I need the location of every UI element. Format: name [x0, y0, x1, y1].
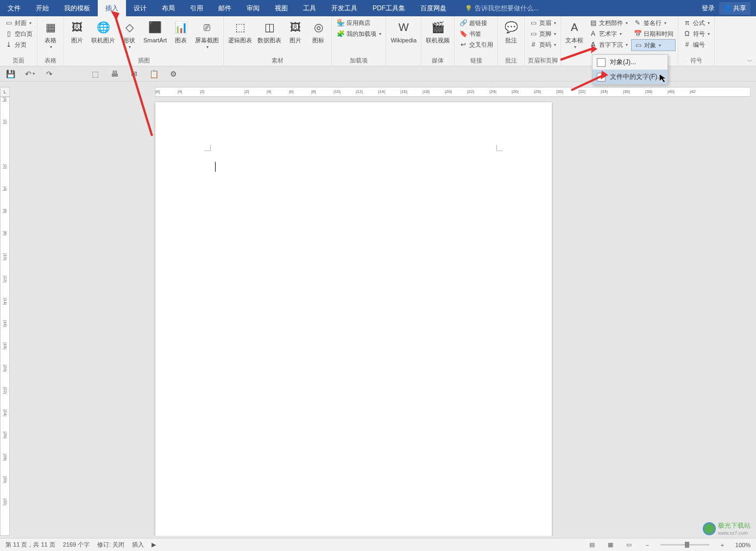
tab-references[interactable]: 引用: [182, 0, 211, 16]
header-icon: ▭: [529, 18, 538, 27]
qat-btn-5[interactable]: ⚙: [168, 69, 178, 79]
redo-button[interactable]: ↷: [45, 69, 54, 79]
tab-mytemplates[interactable]: 我的模板: [56, 0, 98, 16]
dropdown-text-from-file-item[interactable]: 文件中的文字(F)...: [593, 70, 667, 84]
chart-button[interactable]: 📊图表: [170, 17, 192, 45]
symbol-button[interactable]: Ω符号▾: [681, 28, 712, 39]
tab-design[interactable]: 设计: [126, 0, 154, 16]
tell-me-search[interactable]: 告诉我您想要做什么...: [454, 4, 539, 13]
textbox-button[interactable]: A文本框▾: [563, 17, 585, 51]
smartart-button[interactable]: ⬛SmartArt: [141, 17, 169, 45]
tab-tools[interactable]: 工具: [295, 0, 324, 16]
parts-button[interactable]: ▤文档部件▾: [587, 17, 630, 28]
text-cursor: [215, 162, 216, 172]
qat-btn-1[interactable]: ⬚: [90, 69, 100, 79]
picture-icon: 🖼: [68, 18, 86, 36]
status-words[interactable]: 2169 个字: [63, 541, 90, 549]
datetime-button[interactable]: 📅日期和时间: [631, 28, 676, 39]
icon-button[interactable]: ◎图标: [307, 17, 329, 45]
hyperlink-button[interactable]: 🔗超链接: [457, 17, 495, 28]
tab-insert[interactable]: 插入: [98, 0, 126, 16]
blank-page-button[interactable]: ▯空白页: [2, 28, 35, 39]
qat-btn-4[interactable]: 📋: [149, 69, 159, 79]
bookmark-icon: 🔖: [459, 29, 468, 38]
tab-developer[interactable]: 开发工具: [324, 0, 365, 16]
online-video-button[interactable]: 🎬联机视频: [424, 17, 452, 45]
horizontal-ruler[interactable]: |6||4||2||2||4||6||8||10||12||14||16||18…: [155, 87, 751, 97]
tab-pdf[interactable]: PDF工具集: [365, 0, 413, 16]
wordart-button[interactable]: A艺术字▾: [587, 28, 630, 39]
pagenum-button[interactable]: #页码▾: [527, 39, 558, 50]
status-bar: 第 11 页，共 11 页 2169 个字 修订: 关闭 插入 ▶ ▤ ▦ ▭ …: [0, 538, 756, 551]
save-button[interactable]: 💾: [5, 69, 15, 79]
picture-button[interactable]: 🖼图片: [66, 17, 88, 45]
zoom-in-button[interactable]: +: [717, 541, 728, 549]
document-page[interactable]: [155, 102, 552, 536]
store-button[interactable]: 🏪应用商店: [334, 17, 383, 28]
zoom-level[interactable]: 100%: [735, 542, 751, 548]
screenshot-button[interactable]: ⎚屏幕截图▾: [193, 17, 221, 51]
equation-button[interactable]: π公式▾: [681, 17, 712, 28]
online-picture-button[interactable]: 🌐联机图片: [89, 17, 117, 45]
tab-file[interactable]: 文件: [0, 0, 28, 16]
dropcap-button[interactable]: A̲首字下沉▾: [587, 39, 630, 50]
shapes-button[interactable]: ◇形状▾: [118, 17, 140, 51]
margin-marker-tr: [496, 145, 503, 151]
group-addins: 🏪应用商店 🧩我的加载项▾ 加载项: [332, 16, 386, 66]
tab-baidu[interactable]: 百度网盘: [413, 0, 454, 16]
table-button[interactable]: ▦表格▾: [40, 17, 61, 51]
qat-btn-2[interactable]: 🖶: [110, 69, 119, 79]
status-page[interactable]: 第 11 页，共 11 页: [5, 541, 55, 549]
group-label-pages: 页面: [2, 55, 35, 66]
store-icon: 🏪: [336, 18, 345, 27]
vertical-ruler[interactable]: |4||2||2||4||6||8||10||12||14||16||18||2…: [0, 97, 10, 536]
status-track[interactable]: 修订: 关闭: [97, 541, 124, 549]
signature-icon: ✎: [633, 18, 642, 27]
zoom-slider[interactable]: [660, 544, 709, 546]
page-break-button[interactable]: ⤓分页: [2, 39, 35, 50]
tab-layout[interactable]: 布局: [154, 0, 182, 16]
zoom-out-button[interactable]: −: [642, 541, 653, 549]
dropdown-object-item[interactable]: 对象(J)...: [593, 55, 667, 70]
cover-page-button[interactable]: ▭封面▾: [2, 17, 35, 28]
login-link[interactable]: 登录: [702, 4, 715, 13]
pagenum-icon: #: [529, 40, 538, 49]
footer-button[interactable]: ▭页脚▾: [527, 28, 558, 39]
tab-view[interactable]: 视图: [267, 0, 295, 16]
group-media: 🎬联机视频 媒体: [421, 16, 455, 66]
blank-page-icon: ▯: [4, 29, 13, 38]
crossref-button[interactable]: ↩交叉引用: [457, 39, 495, 50]
bookmark-button[interactable]: 🔖书签: [457, 28, 495, 39]
logic-chart-button[interactable]: ⬚逻辑图表: [226, 17, 254, 45]
tab-mail[interactable]: 邮件: [211, 0, 239, 16]
collapse-ribbon-button[interactable]: ﹀: [747, 58, 753, 65]
wikipedia-icon: W: [395, 18, 412, 36]
tab-review[interactable]: 审阅: [239, 0, 267, 16]
undo-button[interactable]: ↶▾: [25, 69, 35, 79]
qat-btn-3[interactable]: ✉: [129, 69, 139, 79]
wikipedia-button[interactable]: WWikipedia: [388, 17, 419, 45]
group-illustrations: 🖼图片 🌐联机图片 ◇形状▾ ⬛SmartArt 📊图表 ⎚屏幕截图▾ 插图: [64, 16, 224, 66]
group-label-illustrations: 插图: [66, 55, 221, 66]
signature-button[interactable]: ✎签名行▾: [631, 17, 676, 28]
comment-button[interactable]: 💬批注: [500, 17, 522, 45]
header-button[interactable]: ▭页眉▾: [527, 17, 558, 28]
data-chart-button[interactable]: ◫数据图表: [255, 17, 284, 45]
status-macro-icon[interactable]: ▶: [152, 541, 156, 548]
share-icon: 👤: [723, 4, 732, 12]
share-button[interactable]: 👤共享: [719, 2, 751, 15]
view-web-button[interactable]: ▭: [623, 541, 634, 549]
group-materials: ⬚逻辑图表 ◫数据图表 🖼图片 ◎图标 素材: [224, 16, 332, 66]
object-button[interactable]: ▭对象▾: [631, 39, 676, 51]
chart-icon: 📊: [172, 18, 190, 36]
cover-icon: ▭: [4, 18, 13, 27]
view-print-button[interactable]: ▦: [605, 541, 616, 549]
number-button[interactable]: #编号: [681, 39, 712, 50]
tab-home[interactable]: 开始: [28, 0, 56, 16]
document-canvas[interactable]: [10, 97, 756, 536]
myaddins-button[interactable]: 🧩我的加载项▾: [334, 28, 383, 39]
page-break-icon: ⤓: [4, 40, 13, 49]
material-picture-button[interactable]: 🖼图片: [285, 17, 306, 45]
view-read-button[interactable]: ▤: [587, 541, 597, 549]
status-mode[interactable]: 插入: [132, 541, 144, 549]
